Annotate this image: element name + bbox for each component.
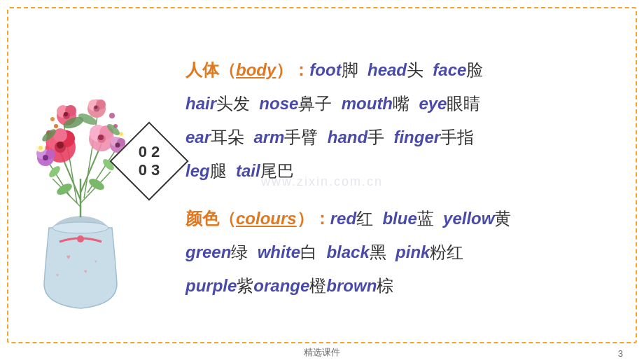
colours-label-en: colours (236, 209, 297, 228)
colours-section-line3: purple紫orange橙brown棕 (186, 269, 630, 303)
svg-point-6 (77, 235, 84, 242)
svg-point-25 (57, 142, 64, 149)
body-section-line4: leg腿 tail尾巴 (186, 154, 630, 188)
colour-orange-cn: 橙 (309, 276, 326, 295)
body-word-finger-en: finger (393, 128, 440, 146)
slide: www.zixin.com.cn ♥ ♥ ♥ ♥ (0, 0, 644, 363)
body-word-tail-en: tail (236, 161, 260, 180)
body-word-leg-en: leg (186, 161, 210, 180)
colours-label-cn2: ）： (297, 209, 330, 228)
body-word-arm-cn: 手臂 (284, 128, 318, 146)
body-word-head-cn: 头 (407, 60, 424, 79)
svg-text:♥: ♥ (56, 273, 59, 278)
body-word-ear-cn: 耳朵 (211, 128, 244, 146)
svg-point-18 (47, 164, 62, 179)
body-word-mouth-cn: 嘴 (393, 94, 410, 113)
body-word-nose-en: nose (259, 94, 298, 113)
footer-title: 精选课件 (0, 346, 644, 359)
body-label-en: body (236, 60, 276, 79)
body-word-hair-cn: 头发 (216, 94, 250, 113)
colour-yellow-en: yellow (443, 209, 494, 228)
body-word-eye-cn: 眼睛 (447, 94, 480, 113)
svg-text:♥: ♥ (84, 268, 88, 275)
body-word-eye-en: eye (419, 94, 447, 113)
slide-number-badge: 0 2 0 3 (118, 130, 181, 193)
colour-green-en: green (186, 242, 231, 261)
body-word-face-cn: 脸 (466, 60, 483, 79)
colours-section-line1: 颜色（colours）：red红 blue蓝 yellow黄 (186, 202, 630, 235)
svg-point-34 (43, 155, 48, 160)
svg-point-30 (98, 135, 104, 140)
colour-pink-en: pink (396, 242, 430, 261)
colour-red-en: red (330, 209, 356, 228)
svg-point-48 (94, 106, 98, 109)
body-word-leg-cn: 腿 (210, 161, 227, 180)
colour-purple-cn: 紫 (237, 276, 253, 295)
body-word-mouth-en: mouth (342, 94, 393, 113)
body-section-line2: hair头发 nose鼻子 mouth嘴 eye眼睛 (186, 87, 630, 121)
colour-pink-cn: 粉红 (430, 242, 463, 261)
colour-purple-en: purple (186, 276, 237, 295)
svg-point-52 (38, 146, 43, 150)
colour-blue-cn: 蓝 (417, 209, 434, 228)
colours-section-line2: green绿 white白 black黑 pink粉红 (186, 235, 630, 269)
colour-yellow-cn: 黄 (494, 209, 511, 228)
footer-title-text: 精选课件 (304, 346, 340, 359)
body-word-nose-cn: 鼻子 (298, 94, 332, 113)
body-section: 人体（body）：foot脚 head头 face脸 hair头发 nose鼻子… (186, 53, 630, 188)
footer-page-number: 3 (618, 348, 623, 359)
body-word-face-en: face (433, 60, 466, 79)
body-word-hand-cn: 手 (368, 128, 384, 146)
colour-white-en: white (258, 242, 300, 261)
svg-point-43 (64, 112, 68, 116)
svg-point-60 (109, 113, 115, 118)
body-label-cn2: ）： (276, 60, 309, 79)
body-word-ear-en: ear (186, 128, 211, 146)
body-word-hair-en: hair (186, 94, 216, 113)
colours-label-cn: 颜色（ (186, 209, 236, 228)
svg-point-1 (52, 222, 108, 233)
content-area: 人体（body）：foot脚 head头 face脸 hair头发 nose鼻子… (186, 21, 630, 335)
colour-red-cn: 红 (356, 209, 373, 228)
svg-point-59 (54, 124, 58, 128)
colour-brown-en: brown (326, 276, 377, 295)
body-word-head-en: head (368, 60, 407, 79)
svg-text:♥: ♥ (94, 259, 97, 263)
body-word-hand-en: hand (328, 128, 368, 146)
body-section-line1: 人体（body）：foot脚 head头 face脸 (186, 53, 630, 87)
slide-number-text: 0 2 0 3 (139, 143, 160, 180)
svg-text:♥: ♥ (66, 253, 71, 261)
colour-orange-en: orange (253, 276, 309, 295)
body-word-arm-en: arm (253, 128, 284, 146)
body-word-finger-cn: 手指 (440, 128, 474, 146)
body-label-cn: 人体（ (186, 60, 236, 79)
colour-white-cn: 白 (300, 242, 317, 261)
colour-black-en: black (326, 242, 369, 261)
body-word-foot-cn: 脚 (342, 60, 358, 79)
svg-point-61 (50, 117, 55, 121)
colour-blue-en: blue (382, 209, 416, 228)
colour-green-cn: 绿 (231, 242, 248, 261)
colours-section: 颜色（colours）：red红 blue蓝 yellow黄 green绿 wh… (186, 202, 630, 303)
colour-black-cn: 黑 (370, 242, 386, 261)
body-section-line3: ear耳朵 arm手臂 hand手 finger手指 (186, 121, 630, 154)
body-word-foot-en: foot (309, 60, 341, 79)
body-word-tail-cn: 尾巴 (260, 161, 294, 180)
colour-brown-cn: 棕 (377, 276, 393, 295)
